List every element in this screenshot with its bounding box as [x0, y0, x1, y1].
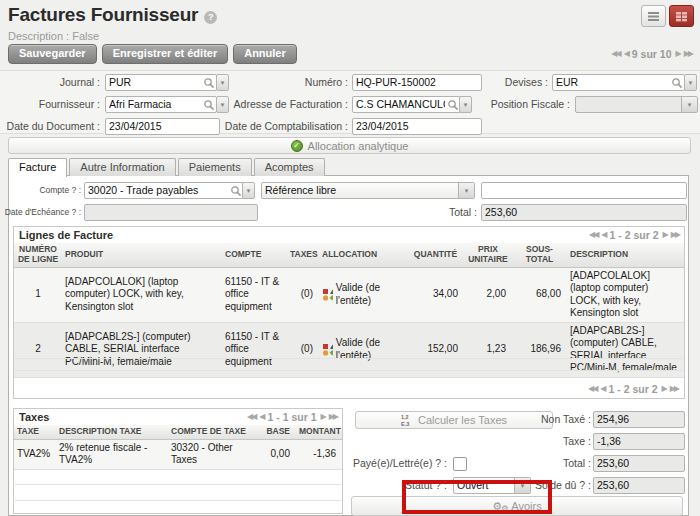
col-taxe[interactable]: TAXE	[14, 425, 56, 439]
lines-bottom-pager-text: 1 - 2 sur 2	[609, 383, 658, 395]
tax-base: 0,00	[258, 439, 296, 469]
col-allocation[interactable]: ALLOCATION	[319, 243, 407, 267]
col-montant[interactable]: MONTANT	[296, 425, 342, 439]
invoice-line-row[interactable]: 1 [ADAPCOLALOK] (laptop computer) LOCK, …	[14, 267, 684, 322]
date-document-field[interactable]: 23/04/2015	[105, 118, 220, 135]
empty-tax-row[interactable]	[15, 489, 341, 501]
col-numero-de-ligne[interactable]: NUMÉRO DE LIGNE	[14, 243, 62, 267]
date-echeance-label: Date d'Echéance ? :	[5, 204, 81, 221]
allocation-analytique-button[interactable]: ✓ Allocation analytique	[8, 137, 691, 154]
invoice-lines-title: Lignes de Facture	[19, 229, 113, 241]
reference-type-select[interactable]: Référence libre ▾	[261, 182, 475, 199]
fournisseur-label: Fournisseur :	[39, 96, 100, 113]
col-sous-total[interactable]: SOUS-TOTAL	[512, 243, 567, 267]
cancel-button[interactable]: Annuler	[233, 44, 297, 64]
numero-field[interactable]: HQ-PUR-150002	[352, 74, 482, 91]
search-icon[interactable]	[203, 99, 215, 111]
fournisseur-field[interactable]: Afri Farmacia	[105, 96, 217, 113]
col-produit[interactable]: PRODUIT	[62, 243, 222, 267]
empty-line-row[interactable]	[15, 359, 683, 371]
first-page-icon[interactable]: ◀◀	[247, 412, 255, 422]
tax-name: TVA2%	[14, 439, 56, 469]
prev-page-icon[interactable]: ◀	[259, 412, 263, 422]
col-description-taxe[interactable]: DESCRIPTION TAXE	[56, 425, 168, 439]
line-prix-unitaire: 2,00	[464, 267, 512, 322]
last-page-icon[interactable]: ▶▶	[670, 384, 678, 394]
tax-montant: -1,36	[296, 439, 342, 469]
next-page-icon[interactable]: ▶	[662, 384, 666, 394]
compte-field[interactable]: 30020 - Trade payables	[84, 182, 244, 199]
search-icon[interactable]	[671, 77, 683, 89]
empty-tax-row[interactable]	[15, 473, 341, 485]
journal-field[interactable]: PUR	[105, 74, 217, 91]
line-num: 1	[14, 267, 62, 322]
taxes-header: Taxes ◀◀ ◀ 1 - 1 sur 1 ▶ ▶▶	[14, 409, 342, 425]
prev-record-icon[interactable]: ◀	[624, 49, 628, 59]
save-edit-button[interactable]: Enregistrer et éditer	[102, 44, 229, 64]
prev-page-icon[interactable]: ◀	[601, 230, 605, 240]
save-button[interactable]: Sauvegarder	[8, 44, 97, 64]
col-prix-unitaire[interactable]: PRIX UNITAIRE	[464, 243, 512, 267]
search-icon[interactable]	[230, 185, 242, 197]
paye-lettre-checkbox[interactable]	[453, 457, 467, 471]
first-page-icon[interactable]: ◀◀	[588, 384, 596, 394]
tax-row[interactable]: TVA2% 2% retenue fiscale - TVA2% 30320 -…	[14, 439, 342, 469]
next-page-icon[interactable]: ▶	[321, 412, 325, 422]
calculer-taxes-button[interactable]: 1,2 E,3 Calculer les Taxes	[355, 411, 553, 429]
taxes-pager-text: 1 - 1 sur 1	[268, 411, 317, 423]
col-compte[interactable]: COMPTE	[222, 243, 287, 267]
view-switcher	[641, 5, 694, 27]
total-field: 253,60	[481, 204, 687, 221]
lines-bottom-pager: ◀◀ ◀ 1 - 2 sur 2 ▶ ▶▶	[588, 383, 678, 395]
last-page-icon[interactable]: ▶▶	[671, 230, 679, 240]
line-quantite: 34,00	[407, 267, 464, 322]
record-pager-text: 9 sur 10	[632, 48, 672, 60]
list-view-icon	[647, 11, 660, 22]
help-icon[interactable]: ?	[204, 11, 217, 24]
invoice-lines-section: Lignes de Facture ◀◀ ◀ 1 - 2 sur 2 ▶ ▶▶ …	[13, 226, 685, 399]
search-icon[interactable]	[447, 99, 459, 111]
position-fiscale-select[interactable]: ▾	[575, 96, 698, 113]
fournisseur-dropdown-button[interactable]: ▾	[216, 96, 229, 113]
journal-dropdown-button[interactable]: ▾	[216, 74, 229, 91]
first-page-icon[interactable]: ◀◀	[589, 230, 597, 240]
journal-label: Journal :	[60, 74, 100, 91]
search-icon[interactable]	[203, 77, 215, 89]
adresse-field[interactable]: C.S CHAMANCULO, S(	[352, 96, 461, 113]
col-taxes[interactable]: TAXES	[287, 243, 319, 267]
lines-header-row: NUMÉRO DE LIGNE PRODUIT COMPTE TAXES ALL…	[14, 243, 684, 267]
col-description[interactable]: DESCRIPTION	[567, 243, 684, 267]
tab-autre-information[interactable]: Autre Information	[69, 158, 175, 176]
next-page-icon[interactable]: ▶	[663, 230, 667, 240]
tab-paiements[interactable]: Paiements	[178, 158, 252, 176]
tax-compte: 30320 - Other Taxes	[168, 439, 258, 469]
last-page-icon[interactable]: ▶▶	[329, 412, 337, 422]
taxes-table: TAXE DESCRIPTION TAXE COMPTE DE TAXE BAS…	[14, 425, 342, 470]
prev-page-icon[interactable]: ◀	[600, 384, 604, 394]
col-compte-de-taxe[interactable]: COMPTE DE TAXE	[168, 425, 258, 439]
chevron-down-icon[interactable]: ▾	[458, 183, 474, 198]
tax-description: 2% retenue fiscale - TVA2%	[56, 439, 168, 469]
devises-field[interactable]: EUR	[552, 74, 685, 91]
col-quantite[interactable]: QUANTITÉ	[407, 243, 464, 267]
tab-acomptes[interactable]: Acomptes	[254, 158, 325, 176]
reference-input[interactable]	[481, 182, 687, 199]
empty-line-row[interactable]	[15, 347, 683, 359]
taxes-header-row: TAXE DESCRIPTION TAXE COMPTE DE TAXE BAS…	[14, 425, 342, 439]
adresse-dropdown-button[interactable]: ▾	[459, 96, 472, 113]
date-comptabilisation-field[interactable]: 23/04/2015	[352, 118, 482, 135]
tab-facture[interactable]: Facture	[8, 158, 67, 177]
date-document-label: Date du Document :	[7, 118, 100, 135]
col-base[interactable]: BASE	[258, 425, 296, 439]
compte-dropdown-button[interactable]: ▾	[242, 182, 255, 199]
first-record-icon[interactable]: ◀◀	[611, 49, 619, 59]
devises-dropdown-button[interactable]: ▾	[684, 74, 697, 91]
next-record-icon[interactable]: ▶	[676, 49, 680, 59]
form-view-button[interactable]	[669, 5, 694, 27]
title-row: Factures Fournisseur ?	[8, 4, 217, 26]
chevron-down-icon[interactable]: ▾	[681, 97, 697, 112]
list-view-button[interactable]	[641, 5, 666, 27]
last-record-icon[interactable]: ▶▶	[684, 49, 692, 59]
allocation-shapes-icon[interactable]	[322, 288, 333, 301]
date-echeance-field[interactable]	[84, 204, 258, 221]
